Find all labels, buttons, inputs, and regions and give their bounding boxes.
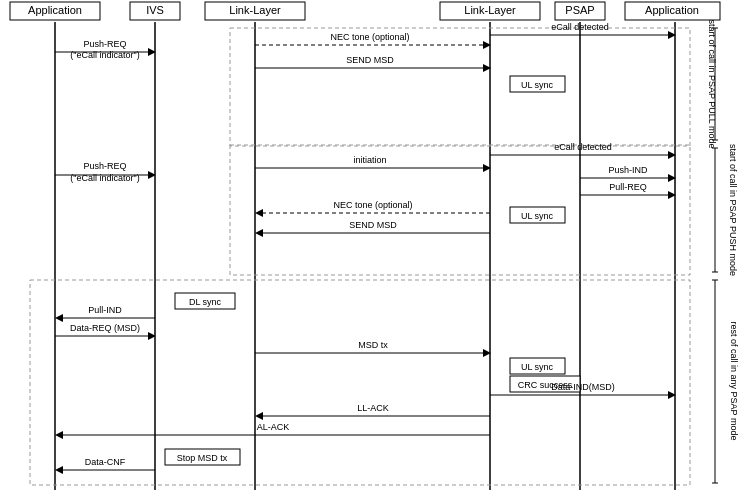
msg-ecall-detected-1: eCall detected [551,22,609,32]
box-stop-msd-tx: Stop MSD tx [177,453,228,463]
diagram-svg: Application IVS Link-Layer Link-Layer PS… [0,0,751,503]
box-dl-sync: DL sync [189,297,222,307]
box-ul-sync-3: UL sync [521,362,554,372]
msg-msd-tx: MSD tx [358,340,388,350]
svg-marker-53 [55,431,63,439]
col-header-app-right: Application [645,4,699,16]
svg-marker-56 [55,466,63,474]
msg-send-msd-1: SEND MSD [346,55,394,65]
msg-push-req-1: Push-REQ [83,39,126,49]
msg-initiation: initiation [353,155,386,165]
msg-ecall-detected-2: eCall detected [554,142,612,152]
col-header-psap: PSAP [565,4,594,16]
annotation-push-mode: start of call in PSAP PUSH mode [728,144,738,276]
annotation-pull-mode: start of call in PSAP PULL mode [707,19,717,148]
msg-pull-ind: Pull-IND [88,305,122,315]
col-header-app-left: Application [28,4,82,16]
svg-marker-38 [255,229,263,237]
svg-marker-35 [255,209,263,217]
box-ul-sync-2: UL sync [521,211,554,221]
msg-nec-tone-2: NEC tone (optional) [333,200,412,210]
svg-marker-51 [255,412,263,420]
svg-rect-12 [230,28,690,146]
sequence-diagram: Application IVS Link-Layer Link-Layer PS… [0,0,751,503]
msg-send-msd-2: SEND MSD [349,220,397,230]
msg-push-req-2: Push-REQ [83,161,126,171]
msg-data-cnf: Data-CNF [85,457,126,467]
msg-push-req-1b: ("eCall indicator") [70,50,139,60]
msg-push-ind: Push-IND [608,165,648,175]
msg-push-req-2b: ("eCall indicator") [70,173,139,183]
msg-nec-tone-1: NEC tone (optional) [330,32,409,42]
msg-pull-req: Pull-REQ [609,182,647,192]
msg-data-req: Data-REQ (MSD) [70,323,140,333]
svg-marker-41 [55,314,63,322]
col-header-ll-right: Link-Layer [464,4,516,16]
msg-al-ack: AL-ACK [257,422,290,432]
msg-data-ind: Data-IND(MSD) [551,382,615,392]
box-ul-sync-1: UL sync [521,80,554,90]
msg-ll-ack: LL-ACK [357,403,389,413]
col-header-ll-left: Link-Layer [229,4,281,16]
annotation-rest-of-call: rest of call in any PSAP mode [729,322,739,441]
col-header-ivs: IVS [146,4,164,16]
